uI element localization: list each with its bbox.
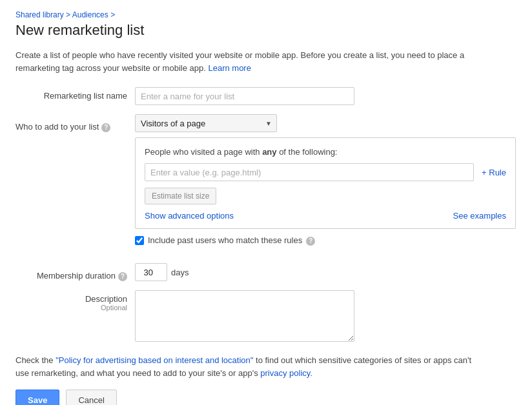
membership-duration-label: Membership duration ? xyxy=(15,263,135,281)
visitors-box: People who visited a page with any of th… xyxy=(135,137,516,229)
who-to-add-help-icon[interactable]: ? xyxy=(101,123,110,132)
days-label: days xyxy=(171,268,189,277)
policy-link[interactable]: "Policy for advertising based on interes… xyxy=(56,355,253,365)
cancel-button[interactable]: Cancel xyxy=(66,390,116,405)
advanced-row: Show advanced options See examples xyxy=(145,211,506,221)
page-title: New remarketing list xyxy=(15,22,517,39)
duration-row: days xyxy=(135,263,517,281)
membership-duration-input[interactable] xyxy=(135,263,167,281)
remarketing-name-control xyxy=(135,87,517,105)
membership-duration-help-icon[interactable]: ? xyxy=(118,272,127,281)
save-button[interactable]: Save xyxy=(15,390,59,405)
include-past-users-help-icon[interactable]: ? xyxy=(306,237,315,246)
privacy-policy-link[interactable]: privacy policy. xyxy=(260,368,312,378)
remarketing-name-row: Remarketing list name xyxy=(15,87,517,105)
see-examples-link[interactable]: See examples xyxy=(453,211,506,221)
who-dropdown[interactable]: Visitors of a page Visitors of a page wh… xyxy=(135,114,277,132)
remarketing-name-input[interactable] xyxy=(135,87,354,105)
include-past-users-row: Include past users who match these rules… xyxy=(135,235,517,245)
action-buttons: Save Cancel xyxy=(15,390,517,405)
who-dropdown-wrapper: Visitors of a page Visitors of a page wh… xyxy=(135,114,277,132)
estimate-btn-wrapper: Estimate list size xyxy=(145,188,506,211)
membership-duration-control: days xyxy=(135,263,517,281)
estimate-list-size-button[interactable]: Estimate list size xyxy=(145,188,216,204)
include-past-users-label: Include past users who match these rules xyxy=(148,235,302,245)
description-label: Description Optional xyxy=(15,290,135,311)
breadcrumb: Shared library > Audiences > xyxy=(15,10,517,19)
who-to-add-label: Who to add to your list ? xyxy=(15,114,135,132)
form: Remarketing list name Who to add to your… xyxy=(15,87,517,344)
breadcrumb-shared-library[interactable]: Shared library xyxy=(15,10,64,19)
value-input[interactable] xyxy=(145,163,474,181)
policy-text: Check the "Policy for advertising based … xyxy=(15,354,480,379)
description-row: Description Optional xyxy=(15,290,517,344)
add-rule-link[interactable]: + Rule xyxy=(482,168,506,177)
description-control xyxy=(135,290,517,344)
visitors-title: People who visited a page with any of th… xyxy=(145,147,506,157)
include-past-users-checkbox[interactable] xyxy=(135,236,144,245)
description-textarea[interactable] xyxy=(135,290,354,342)
breadcrumb-audiences[interactable]: Audiences xyxy=(72,10,108,19)
value-row: + Rule xyxy=(145,163,506,181)
description-sublabel: Optional xyxy=(15,304,127,311)
membership-duration-row: Membership duration ? days xyxy=(15,263,517,281)
learn-more-link[interactable]: Learn more xyxy=(208,63,251,73)
who-to-add-control: Visitors of a page Visitors of a page wh… xyxy=(135,114,517,254)
who-to-add-row: Who to add to your list ? Visitors of a … xyxy=(15,114,517,254)
intro-text: Create a list of people who have recentl… xyxy=(15,49,480,74)
remarketing-name-label: Remarketing list name xyxy=(15,87,135,101)
show-advanced-link[interactable]: Show advanced options xyxy=(145,211,234,221)
